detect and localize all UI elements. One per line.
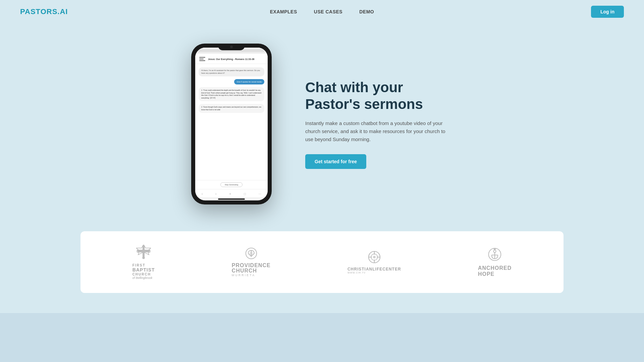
clc-name: CHRISTIANLIFECENTER: [347, 267, 401, 272]
fbc-cross-icon: [136, 245, 151, 259]
nav-examples[interactable]: EXAMPLES: [270, 9, 297, 14]
ai-response-2: 2. "Even though God's ways and means are…: [199, 104, 264, 113]
phone-screen-inner: Jesus: Our Everything - Romans 11:33-36 …: [195, 48, 268, 189]
anchored-hope-logo: ANCHORED HOPE: [478, 247, 512, 277]
svg-point-19: [493, 250, 496, 252]
logo[interactable]: PASTORS.AI: [20, 7, 68, 16]
fbc-location-label: of Bellingbrook: [132, 276, 155, 280]
main-nav: EXAMPLES USE CASES DEMO: [270, 9, 374, 14]
chat-input-area: Stop Generating: [195, 180, 268, 189]
cta-button[interactable]: Get started for free: [305, 154, 366, 169]
chat-title: Jesus: Our Everything - Romans 11:33-36: [208, 58, 255, 61]
clc-website: WWW.CIR.TV: [347, 272, 401, 274]
hero-text: Chat with your Pastor's sermons Instantl…: [305, 79, 453, 169]
header: PASTORS.AI EXAMPLES USE CASES DEMO Log i…: [0, 0, 644, 23]
logos-section: FIRST BAPTIST CHURCH of Bellingbrook PRO…: [80, 231, 564, 293]
hope-label: HOPE: [478, 271, 512, 277]
clc-icon: [368, 251, 381, 263]
nav-demo[interactable]: DEMO: [359, 9, 374, 14]
phone-mockup: Jesus: Our Everything - Romans 11:33-36 …: [191, 44, 278, 204]
chat-header: Jesus: Our Everything - Romans 11:33-36: [195, 54, 268, 64]
system-message: Hi there, I'm an AI assistant for the pa…: [199, 67, 264, 76]
svg-point-13: [373, 256, 376, 258]
forward-icon[interactable]: ›: [215, 192, 216, 196]
anchored-hope-icon: [487, 247, 502, 262]
ai-response-1: 1. "If we could understand the depth and…: [199, 87, 264, 101]
phone-notch: [218, 44, 245, 50]
bottom-section: [0, 313, 644, 362]
hero-description: Instantly make a custom chatbot from a y…: [305, 119, 453, 143]
providence-location: MURRIETA: [232, 274, 271, 277]
clc-text: CHRISTIANLIFECENTER WWW.CIR.TV: [347, 267, 401, 274]
providence-icon: [245, 247, 257, 259]
fbc-baptist-label: BAPTIST: [132, 267, 155, 273]
fbc-first-label: FIRST: [132, 263, 155, 267]
menu-icon: [199, 57, 205, 62]
phone-frame: Jesus: Our Everything - Romans 11:33-36 …: [191, 44, 272, 204]
providence-name-line1: PROVIDENCE: [232, 263, 271, 268]
providence-text: PROVIDENCE CHURCH MURRIETA: [232, 263, 271, 277]
christian-life-center-logo: CHRISTIANLIFECENTER WWW.CIR.TV: [347, 251, 401, 274]
back-icon[interactable]: ‹: [202, 192, 203, 196]
stop-generating-button[interactable]: Stop Generating: [220, 182, 243, 187]
user-message: Give 5 quotes for social media: [234, 79, 264, 84]
hero-section: Jesus: Our Everything - Romans 11:33-36 …: [0, 23, 644, 231]
svg-rect-3: [138, 250, 150, 252]
chat-messages: Hi there, I'm an AI assistant for the pa…: [195, 64, 268, 180]
more-icon[interactable]: ···: [259, 192, 261, 196]
add-icon[interactable]: +: [229, 192, 231, 196]
phone-screen: Jesus: Our Everything - Romans 11:33-36 …: [195, 48, 268, 200]
phone-bottom-bar: ‹ › + □ ···: [195, 189, 268, 197]
fbc-church-label: CHURCH: [132, 273, 155, 276]
providence-church-logo: PROVIDENCE CHURCH MURRIETA: [232, 247, 271, 277]
providence-name-line2: CHURCH: [232, 268, 271, 274]
phone-home-bar: [218, 198, 245, 200]
login-button[interactable]: Log in: [591, 6, 624, 18]
fbc-text: FIRST BAPTIST CHURCH of Bellingbrook: [132, 263, 155, 280]
hero-title: Chat with your Pastor's sermons: [305, 79, 453, 113]
pages-icon[interactable]: □: [244, 192, 246, 196]
nav-use-cases[interactable]: USE CASES: [314, 9, 342, 14]
anchored-hope-text: ANCHORED HOPE: [478, 265, 512, 277]
first-baptist-logo: FIRST BAPTIST CHURCH of Bellingbrook: [132, 245, 155, 280]
anchored-label: ANCHORED: [478, 265, 512, 271]
